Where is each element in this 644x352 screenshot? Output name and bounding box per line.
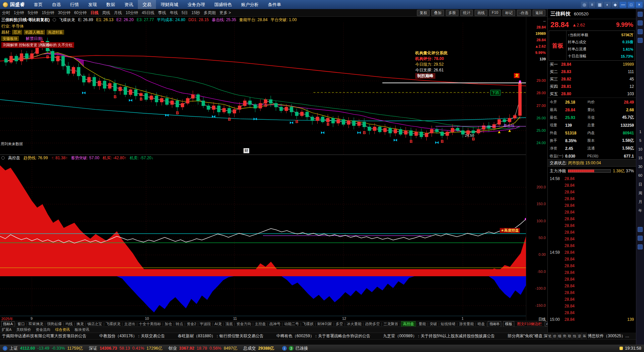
strip-icon[interactable] <box>638 227 643 232</box>
indicator-toggle-icon[interactable] <box>53 18 56 21</box>
strip-icon[interactable] <box>638 29 643 34</box>
period-item-60分钟[interactable]: 60分钟 <box>74 10 87 16</box>
indicator-tab-擒龙[interactable]: 擒龙 <box>76 321 85 327</box>
menu-item-交易[interactable]: 交易 <box>138 0 156 9</box>
indicator-tab-指标B[interactable]: 指标B <box>488 321 501 327</box>
tools-icon[interactable]: ◆ <box>612 2 619 8</box>
indicator-tab-三龙聚首[interactable]: 三龙聚首 <box>383 321 399 327</box>
indicator-tab-主控盘[interactable]: 主控盘 <box>254 321 266 327</box>
info-icon[interactable]: i <box>282 346 287 351</box>
period-item-季线[interactable]: 季线 <box>158 10 166 16</box>
indicator-tab-资金方向[interactable]: 资金方向 <box>236 321 252 327</box>
period-item-10分钟[interactable]: 10分钟 <box>125 10 138 16</box>
period-item-15分钟[interactable]: 15分钟 <box>42 10 54 16</box>
order-book-row[interactable]: 买一28.8419989 <box>550 61 634 68</box>
order-book-row[interactable]: 买四28.8112 <box>550 83 634 90</box>
strip-icon[interactable] <box>638 244 643 249</box>
toolbar-button-多股[interactable]: 多股 <box>446 10 459 16</box>
period-item-周线[interactable]: 周线 <box>102 10 110 16</box>
strip-icon[interactable] <box>638 20 643 25</box>
period-item-年线[interactable]: 年线 <box>170 10 178 16</box>
grid-icon[interactable]: ▦ <box>596 2 603 8</box>
strip-period-60[interactable]: 60 <box>636 173 644 177</box>
indicator-tab-指标A[interactable]: 指标A <box>1 321 14 327</box>
period-item-月线[interactable]: 月线 <box>114 10 122 16</box>
quote-tab-价[interactable]: 价 <box>552 333 557 339</box>
toolbar-button-返回[interactable]: 返回 <box>533 10 545 16</box>
indicator-tab-窗口[interactable]: 窗口 <box>17 321 25 327</box>
toolbar-button-画线[interactable]: 画线 <box>475 10 487 16</box>
quote-tab-指[interactable]: 指 <box>572 333 577 339</box>
news-item-tail[interactable]: 博思软件（300525）… <box>588 333 636 339</box>
indicator-svg[interactable] <box>0 161 526 316</box>
period-item-分时[interactable]: 分时 <box>2 10 10 16</box>
menu-icon[interactable]: ≡ <box>589 2 595 8</box>
period-item-30分钟[interactable]: 30分钟 <box>58 10 70 16</box>
indicator-tab-短线情绪[interactable]: 短线情绪 <box>440 321 456 327</box>
indicator-tab-财神到家[interactable]: 财神到家 <box>317 321 333 327</box>
menu-item-行情[interactable]: 行情 <box>65 0 84 9</box>
order-book-row[interactable]: 买五28.80103 <box>550 90 634 98</box>
strip-period-1[interactable]: 1 <box>636 130 644 134</box>
indicator-tab-高控盘[interactable]: 高控盘 <box>401 321 416 327</box>
quote-tab-筹[interactable]: 筹 <box>582 333 587 339</box>
quote-tab-笔[interactable]: 笔 <box>547 333 552 339</box>
strip-period-月[interactable]: 月 <box>636 199 644 204</box>
menu-item-业务办理[interactable]: 业务办理 <box>183 0 210 9</box>
period-item-1分钟[interactable]: 1分钟 <box>14 10 24 16</box>
period-item-5分钟[interactable]: 5分钟 <box>28 10 38 16</box>
toolbar-button-F10[interactable]: F10 <box>489 10 501 16</box>
quote-tab-逆[interactable]: 逆 <box>577 333 582 339</box>
news-item[interactable]: 中教股份（430176）：关联交易公告 <box>99 333 165 339</box>
info-tab-板块资讯[interactable]: 板块资讯 <box>74 327 89 332</box>
strip-icon[interactable] <box>638 38 643 43</box>
indicator-name[interactable]: 高控盘 <box>8 155 20 161</box>
search-icon[interactable]: ◎ <box>581 2 588 8</box>
indicator-tab-转点[interactable]: 转点 <box>175 321 184 327</box>
quote-tab-势[interactable]: 势 <box>562 333 567 339</box>
info-tab-扩展A[interactable]: 扩展A <box>2 327 11 332</box>
strip-period-周[interactable]: 周 <box>636 191 644 196</box>
menu-item-条件单[interactable]: 条件单 <box>263 0 286 9</box>
indicator-tab-资金2[interactable]: 资金2 <box>186 321 197 327</box>
info-tab-关联报价[interactable]: 关联报价 <box>16 327 31 332</box>
menu-item-数据[interactable]: 数据 <box>102 0 120 9</box>
strip-period-10[interactable]: 10 <box>636 147 644 151</box>
indicator-tab-突破[interactable]: 突破 <box>429 321 438 327</box>
tab-bar-extra[interactable]: 图文F10侧边栏 <box>517 321 542 327</box>
menu-item-首页[interactable]: 首页 <box>29 0 47 9</box>
theme-icon[interactable]: ◐ <box>604 2 611 8</box>
bell-icon[interactable] <box>620 347 623 350</box>
order-book-row[interactable]: 买二28.83111 <box>550 68 634 75</box>
main-indicator-name[interactable]: 飞碟妖龙 <box>59 17 75 23</box>
indicator-tab-飞碟妖[interactable]: 飞碟妖 <box>302 321 314 327</box>
period-item-15秒[interactable]: 15秒 <box>192 10 200 16</box>
toolbar-button-统计[interactable]: 统计 <box>460 10 473 16</box>
period-item-多周期[interactable]: 多周期 <box>204 10 216 16</box>
close-button[interactable]: × <box>636 2 643 8</box>
indicator-tab-战神号[interactable]: 战神号 <box>269 321 281 327</box>
indicator-tab-顶底[interactable]: 顶底 <box>225 321 233 327</box>
order-book-row[interactable]: 买三28.8245 <box>550 75 634 83</box>
quote-tab-联[interactable]: 联 <box>567 333 572 339</box>
quote-tab-细[interactable]: 细 <box>557 333 562 339</box>
menu-item-资讯[interactable]: 资讯 <box>120 0 138 9</box>
maximize-button[interactable]: □ <box>628 2 635 8</box>
minimize-button[interactable]: — <box>620 2 627 8</box>
news-item[interactable]: 于揭阳华达通科技有限公司重大投资项目的公告 <box>2 333 87 339</box>
tab-bar-extra[interactable]: 4 <box>545 321 547 326</box>
indicator-tab-强势起爆[interactable]: 强势起爆 <box>46 321 62 327</box>
indicator-collapse-icon[interactable] <box>1 156 5 160</box>
indicator-tab-宇波段[interactable]: 宇波段 <box>199 321 212 327</box>
info-tab-综合资讯[interactable]: 综合资讯 <box>55 327 70 332</box>
toolbar-button-标记[interactable]: 标记 <box>502 10 515 16</box>
tick-list[interactable]: 14:5828.8428.8428.8428.8428.8428.8428.84… <box>548 175 636 323</box>
indicator-tab-冰火量能[interactable]: 冰火量能 <box>346 321 362 327</box>
menu-item-账户分析[interactable]: 账户分析 <box>236 0 263 9</box>
news-item[interactable]: 九芝堂（000989）：关于持股5%以上股东减持股份预披露公告 <box>383 333 495 339</box>
indicator-tab-加仓[interactable]: 加仓 <box>164 321 173 327</box>
indicator-tab-游资量能[interactable]: 游资量能 <box>459 321 475 327</box>
menu-item-发现[interactable]: 发现 <box>84 0 102 9</box>
indicator-tab-双紫擒龙[interactable]: 双紫擒龙 <box>28 321 44 327</box>
indicator-tab-动能二号[interactable]: 动能二号 <box>283 321 300 327</box>
